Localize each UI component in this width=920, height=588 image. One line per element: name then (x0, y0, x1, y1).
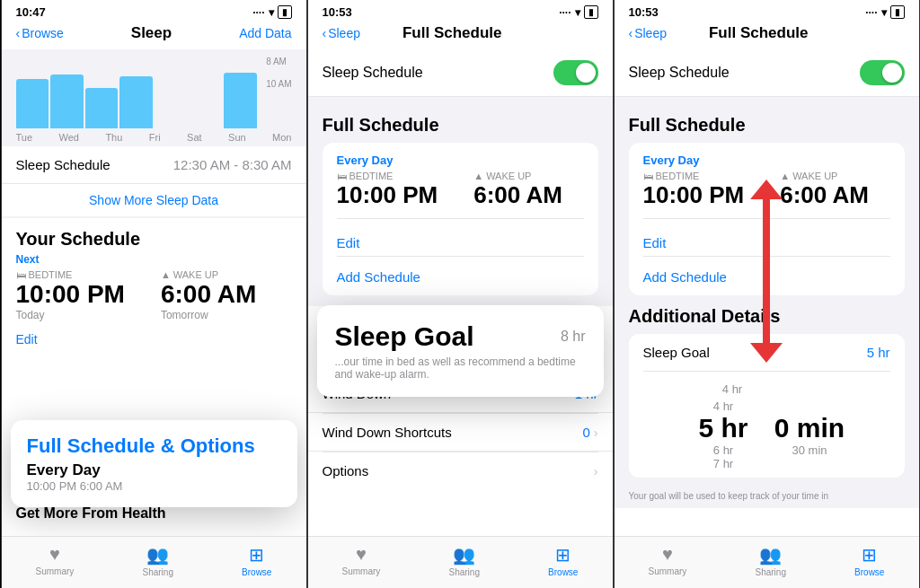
bedtime-label-3: 🛏 BEDTIME (643, 171, 745, 181)
chart-time-8am: 8 AM (266, 57, 291, 66)
phone2-content: Sleep Schedule Full Schedule Every Day 🛏… (308, 49, 613, 306)
tab-bar-3: ♥ Summary 👥 Sharing ⊞ Browse (615, 536, 919, 588)
tab-sharing-label-1: Sharing (142, 567, 172, 577)
bedtime-label-2: 🛏 BEDTIME (337, 171, 438, 181)
bedtime-time-3: 10:00 PM (643, 181, 745, 209)
tab-sharing-1[interactable]: 👥 Sharing (142, 544, 172, 577)
phone-2: 10:53 ···· ▾ ▮ ‹ Sleep Full Schedule Sle… (307, 0, 614, 588)
popup-sub: Every Day (27, 461, 281, 479)
battery-icon-3: ▮ (890, 5, 905, 19)
time-picker-main-row: 4 hr 5 hr 6 hr 7 hr 0 min 30 min (629, 399, 905, 470)
arrow-up-icon (750, 180, 783, 199)
sharing-icon-3: 👥 (759, 544, 782, 566)
sleep-chart-area: 8 AM 10 AM Tue Wed Thu Fri Sat Sun Mon (2, 49, 306, 146)
browse-icon-1: ⊞ (249, 544, 264, 566)
chart-day-labels: Tue Wed Thu Fri Sat Sun Mon (16, 128, 292, 146)
add-schedule-link-2[interactable]: Add Schedule (337, 262, 584, 285)
tab-summary-label-2: Summary (342, 566, 381, 576)
back-button-1[interactable]: ‹ Browse (16, 26, 64, 40)
signal-icon-3: ···· (865, 6, 877, 19)
back-button-2[interactable]: ‹ Sleep (323, 26, 360, 40)
chart-bar (119, 76, 153, 128)
tab-sharing-2[interactable]: 👥 Sharing (448, 544, 479, 577)
chart-bar (16, 79, 49, 128)
signal-icon-2: ···· (559, 6, 571, 19)
tab-browse-1[interactable]: ⊞ Browse (242, 544, 271, 577)
nav-bar-3: ‹ Sleep Full Schedule (615, 21, 919, 49)
your-schedule-header: Your Schedule (2, 218, 306, 253)
wakeup-block-3: ▲ WAKE UP 6:00 AM (780, 171, 869, 209)
card-divider-3 (337, 256, 584, 257)
hour-below2: 7 hr (713, 457, 733, 470)
sleep-goal-label: Sleep Goal (643, 345, 710, 360)
sleep-schedule-toggle-row-3: Sleep Schedule (615, 49, 919, 97)
signal-icon-1: ···· (252, 6, 264, 19)
sleep-schedule-toggle-row: Sleep Schedule (308, 49, 613, 97)
red-arrow-overlay (750, 180, 783, 363)
status-icons-2: ···· ▾ ▮ (559, 5, 597, 19)
tab-browse-2[interactable]: ⊞ Browse (548, 544, 578, 577)
heart-icon-3: ♥ (662, 544, 673, 565)
nav-title-1: Sleep (131, 24, 172, 42)
wakeup-sub: Tomorrow (161, 309, 256, 321)
schedule-card-2: Every Day 🛏 BEDTIME 10:00 PM ▲ WAKE UP 6… (323, 143, 598, 295)
bedtime-label: 🛏 BEDTIME (16, 269, 125, 280)
sleep-schedule-toggle-label: Sleep Schedule (323, 65, 423, 81)
full-schedule-section-2: Full Schedule Every Day 🛏 BEDTIME 10:00 … (308, 115, 613, 306)
tab-browse-3[interactable]: ⊞ Browse (854, 544, 884, 577)
wakeup-label-2: ▲ WAKE UP (473, 171, 562, 181)
sharing-icon-2: 👥 (453, 544, 475, 566)
time-picker-top-row: 4 hr (629, 379, 905, 399)
tab-sharing-label-3: Sharing (755, 567, 785, 577)
chart-bar (50, 75, 84, 128)
sleep-schedule-toggle[interactable] (553, 60, 598, 85)
get-more-header: Get More From Health (2, 495, 181, 525)
bedtime-sub: Today (16, 309, 125, 321)
tab-sharing-3[interactable]: 👥 Sharing (755, 544, 785, 577)
bedtime-value: 10:00 PM (16, 280, 125, 309)
tab-sharing-label-2: Sharing (448, 567, 479, 577)
popup-title: Full Schedule & Options (27, 434, 281, 458)
wifi-icon-2: ▾ (575, 6, 580, 19)
edit-link-1[interactable]: Edit (2, 325, 306, 354)
tab-summary-1[interactable]: ♥ Summary (36, 544, 75, 577)
tab-summary-label-1: Summary (36, 566, 75, 576)
heart-icon-2: ♥ (356, 544, 367, 565)
heart-icon-1: ♥ (49, 544, 60, 565)
bedtime-wakeup-2: 🛏 BEDTIME 10:00 PM ▲ WAKE UP 6:00 AM (337, 171, 584, 209)
tab-summary-3[interactable]: ♥ Summary (649, 544, 687, 577)
edit-link-2[interactable]: Edit (337, 228, 584, 250)
next-label: Next (2, 253, 306, 266)
hour-below: 6 hr (713, 443, 733, 457)
every-day-2: Every Day (337, 154, 584, 167)
full-schedule-title-3: Full Schedule (629, 115, 905, 136)
sleep-goal-popup: Sleep Goal 8 hr ...our time in bed as we… (317, 305, 604, 306)
battery-icon-2: ▮ (584, 5, 598, 19)
hour-picker[interactable]: 4 hr 5 hr 6 hr 7 hr (687, 399, 759, 470)
hour-selected: 5 hr (698, 413, 748, 443)
arrow-line (763, 199, 770, 343)
nav-title-2: Full Schedule (402, 24, 502, 42)
hour-above: 4 hr (713, 399, 733, 413)
schedule-times: 🛏 BEDTIME 10:00 PM Today ▲ WAKE UP 6:00 … (2, 266, 306, 325)
min-picker[interactable]: 0 min 30 min (774, 413, 845, 457)
wakeup-block: ▲ WAKE UP 6:00 AM Tomorrow (161, 269, 256, 321)
popup-small: 10:00 PM 6:00 AM (27, 479, 281, 493)
chart-bar (85, 88, 119, 128)
nav-bar-1: ‹ Browse Sleep Add Data (2, 21, 306, 49)
chart-time-labels: 8 AM 10 AM (266, 57, 291, 89)
browse-icon-3: ⊞ (862, 544, 877, 566)
add-data-button[interactable]: Add Data (239, 26, 291, 40)
tab-summary-2[interactable]: ♥ Summary (342, 544, 381, 577)
status-time-2: 10:53 (323, 5, 352, 19)
sharing-icon-1: 👥 (146, 544, 169, 566)
footnote: Your goal will be used to keep track of … (615, 485, 919, 508)
wakeup-block-2: ▲ WAKE UP 6:00 AM (473, 171, 562, 209)
tab-bar-1: ♥ Summary 👥 Sharing ⊞ Browse (2, 536, 306, 588)
show-more-link[interactable]: Show More Sleep Data (2, 184, 306, 216)
status-bar-2: 10:53 ···· ▾ ▮ (308, 0, 613, 21)
chart-bar-group (16, 73, 292, 128)
sleep-schedule-toggle-3[interactable] (860, 60, 905, 85)
back-button-3[interactable]: ‹ Sleep (629, 26, 667, 40)
wakeup-time-2: 6:00 AM (473, 181, 562, 209)
